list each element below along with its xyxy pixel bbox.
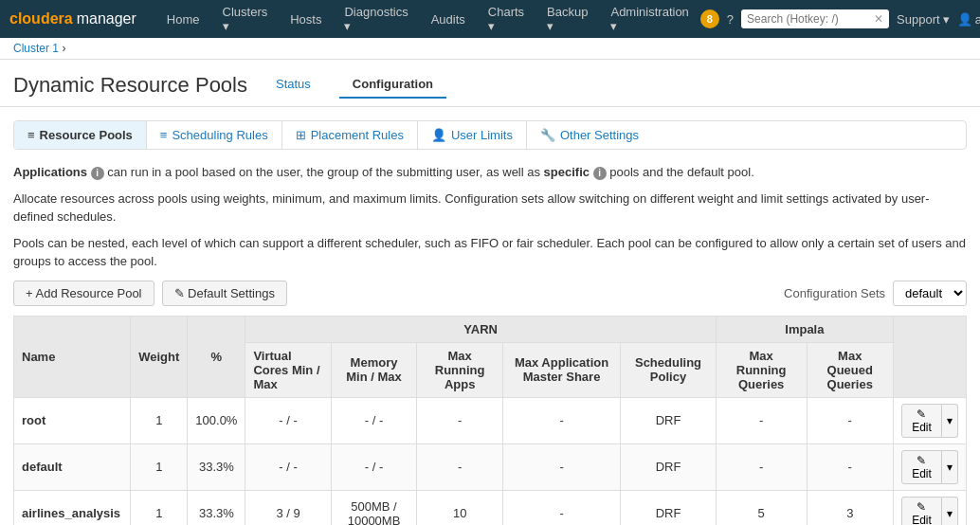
nav-administration[interactable]: Administration ▾ <box>599 0 699 38</box>
nav-backup[interactable]: Backup ▾ <box>535 0 599 38</box>
tab-configuration[interactable]: Configuration <box>339 71 446 99</box>
row-max-running-queries: 5 <box>716 490 807 525</box>
content: ≡ Resource Pools ≡ Scheduling Rules ⊞ Pl… <box>0 107 980 525</box>
placement-rules-label: Placement Rules <box>311 128 404 142</box>
row-weight: 1 <box>131 490 188 525</box>
row-weight: 1 <box>131 397 188 444</box>
col-header-virtual-cores: Virtual Cores Min / Max <box>245 342 331 397</box>
col-header-max-queued-queries: Max Queued Queries <box>807 342 893 397</box>
row-scheduling-policy: DRF <box>621 490 717 525</box>
table-row: root 1 100.0% - / - - / - - - DRF - - ✎ … <box>14 397 967 444</box>
row-max-app-master-share: - <box>502 444 620 490</box>
row-percent: 33.3% <box>188 444 245 490</box>
admin-icon: 👤 <box>957 12 972 27</box>
sub-tabs: ≡ Resource Pools ≡ Scheduling Rules ⊞ Pl… <box>13 120 967 150</box>
resource-pools-icon: ≡ <box>27 128 35 142</box>
desc-2: Allocate resources across pools using we… <box>13 190 967 226</box>
edit-button[interactable]: ✎ Edit <box>901 497 942 526</box>
toolbar-left: + Add Resource Pool ✎ Default Settings <box>13 281 287 306</box>
row-weight: 1 <box>131 444 188 490</box>
table-row: airlines_analysis 1 33.3% 3 / 9 500MB / … <box>14 490 967 525</box>
edit-dropdown-button[interactable]: ▾ <box>942 404 958 438</box>
support-button[interactable]: Support ▾ <box>897 12 950 27</box>
row-actions: ✎ Edit ▾ <box>893 490 966 525</box>
applications-info-icon[interactable]: i <box>91 167 104 180</box>
edit-button[interactable]: ✎ Edit <box>901 404 942 438</box>
row-memory: - / - <box>331 397 417 444</box>
other-settings-icon: 🔧 <box>540 128 555 142</box>
toolbar: + Add Resource Pool ✎ Default Settings C… <box>13 281 967 306</box>
row-max-queued-queries: - <box>807 444 893 490</box>
nav-diagnostics[interactable]: Diagnostics ▾ <box>333 0 419 38</box>
breadcrumb-separator: › <box>62 42 65 55</box>
row-max-app-master-share: - <box>502 397 620 444</box>
row-virtual-cores: - / - <box>245 444 331 490</box>
nav-charts[interactable]: Charts ▾ <box>477 0 535 38</box>
row-scheduling-policy: DRF <box>621 444 717 490</box>
table-row: default 1 33.3% - / - - / - - - DRF - - … <box>14 444 967 490</box>
search-box: ✕ <box>741 9 889 28</box>
row-max-running-apps: 10 <box>417 490 502 525</box>
edit-button[interactable]: ✎ Edit <box>901 450 942 484</box>
logo-manager: manager <box>77 10 136 27</box>
col-header-weight: Weight <box>131 316 188 397</box>
user-limits-label: User Limits <box>451 128 513 142</box>
tab-status[interactable]: Status <box>263 71 324 99</box>
subtab-other-settings[interactable]: 🔧 Other Settings <box>527 121 652 149</box>
col-header-max-app-master-share: Max Application Master Share <box>502 342 620 397</box>
config-sets-select[interactable]: default <box>893 281 967 306</box>
subtab-placement-rules[interactable]: ⊞ Placement Rules <box>282 121 418 149</box>
col-header-memory: Memory Min / Max <box>331 342 417 397</box>
row-max-running-queries: - <box>716 397 807 444</box>
row-percent: 33.3% <box>188 490 245 525</box>
col-header-scheduling-policy: Scheduling Policy <box>621 342 717 397</box>
page-header: Dynamic Resource Pools Status Configurat… <box>0 60 980 107</box>
nav-home[interactable]: Home <box>155 0 211 38</box>
edit-dropdown-button[interactable]: ▾ <box>942 497 958 526</box>
nav-hosts[interactable]: Hosts <box>279 0 333 38</box>
row-percent: 100.0% <box>188 397 245 444</box>
search-clear-icon[interactable]: ✕ <box>874 12 883 26</box>
col-header-max-running-apps: Max Running Apps <box>417 342 502 397</box>
row-name: airlines_analysis <box>14 490 131 525</box>
other-settings-label: Other Settings <box>560 128 639 142</box>
row-max-running-apps: - <box>417 444 502 490</box>
nav-audits[interactable]: Audits <box>420 0 477 38</box>
subtab-user-limits[interactable]: 👤 User Limits <box>418 121 527 149</box>
resource-pools-label: Resource Pools <box>40 128 133 142</box>
row-max-queued-queries: 3 <box>807 490 893 525</box>
main-nav: Home Clusters ▾ Hosts Diagnostics ▾ Audi… <box>155 0 700 38</box>
col-header-actions <box>893 316 966 397</box>
specific-info-icon[interactable]: i <box>593 167 607 180</box>
logo: cloudera manager <box>9 10 136 27</box>
col-header-name: Name <box>14 316 131 397</box>
subtab-resource-pools[interactable]: ≡ Resource Pools <box>14 121 147 149</box>
page-title: Dynamic Resource Pools <box>13 73 247 98</box>
row-max-queued-queries: - <box>807 397 893 444</box>
help-icon[interactable]: ? <box>727 12 734 27</box>
row-max-running-queries: - <box>716 444 807 490</box>
config-sets-label: Configuration Sets <box>784 286 885 300</box>
admin-label: admin <box>975 12 980 27</box>
admin-button[interactable]: 👤 admin ▾ <box>957 12 980 27</box>
row-virtual-cores: - / - <box>245 397 331 444</box>
col-header-percent: % <box>188 316 245 397</box>
row-actions: ✎ Edit ▾ <box>893 397 966 444</box>
support-label: Support <box>897 12 940 27</box>
row-memory: 500MB / 10000MB <box>331 490 417 525</box>
search-input[interactable] <box>747 12 870 26</box>
notification-badge[interactable]: 8 <box>700 9 719 28</box>
edit-dropdown-button[interactable]: ▾ <box>942 450 958 484</box>
subtab-scheduling-rules[interactable]: ≡ Scheduling Rules <box>147 121 282 149</box>
user-limits-icon: 👤 <box>431 128 446 142</box>
nav-clusters[interactable]: Clusters ▾ <box>211 0 280 38</box>
add-resource-pool-button[interactable]: + Add Resource Pool <box>13 281 154 306</box>
desc-3: Pools can be nested, each level of which… <box>13 234 967 271</box>
default-settings-button[interactable]: ✎ Default Settings <box>162 281 287 306</box>
topbar: cloudera manager Home Clusters ▾ Hosts D… <box>0 0 980 38</box>
row-scheduling-policy: DRF <box>621 397 717 444</box>
scheduling-rules-icon: ≡ <box>160 128 168 142</box>
breadcrumb-cluster[interactable]: Cluster 1 <box>13 42 59 55</box>
nav-right: 8 ? ✕ Support ▾ 👤 admin ▾ <box>700 9 980 28</box>
row-name: root <box>14 397 131 444</box>
